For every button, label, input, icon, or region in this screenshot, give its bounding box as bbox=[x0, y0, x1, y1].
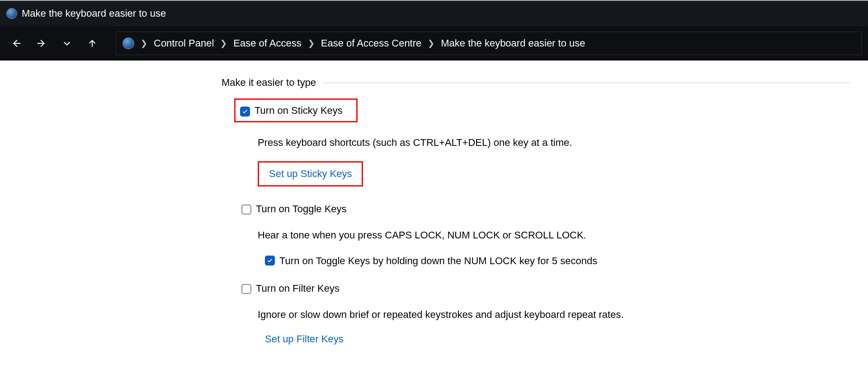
toggle-keys-description: Hear a tone when you press CAPS LOCK, NU… bbox=[258, 229, 850, 241]
back-button[interactable] bbox=[6, 33, 26, 53]
up-button[interactable] bbox=[82, 33, 102, 53]
sticky-keys-description: Press keyboard shortcuts (such as CTRL+A… bbox=[258, 137, 850, 149]
toggle-keys-numlock-checkbox[interactable] bbox=[265, 256, 275, 266]
filter-keys-checkbox[interactable] bbox=[241, 284, 251, 294]
section-heading-text: Make it easier to type bbox=[222, 77, 316, 89]
breadcrumb-control-panel[interactable]: Control Panel bbox=[154, 37, 214, 49]
sticky-keys-checkbox[interactable] bbox=[240, 107, 250, 117]
ease-of-access-icon bbox=[123, 37, 134, 49]
toggle-keys-numlock-label[interactable]: Turn on Toggle Keys by holding down the … bbox=[279, 255, 597, 267]
filter-keys-label[interactable]: Turn on Filter Keys bbox=[256, 282, 340, 294]
window-title: Make the keyboard easier to use bbox=[22, 8, 166, 19]
toggle-keys-checkbox[interactable] bbox=[241, 205, 251, 214]
forward-button[interactable] bbox=[32, 33, 52, 53]
recent-dropdown-button[interactable] bbox=[57, 33, 77, 53]
sticky-keys-label[interactable]: Turn on Sticky Keys bbox=[255, 104, 343, 117]
section-heading: Make it easier to type bbox=[222, 77, 850, 89]
chevron-right-icon[interactable]: ❯ bbox=[428, 38, 434, 48]
toggle-keys-label[interactable]: Turn on Toggle Keys bbox=[256, 203, 347, 215]
setup-sticky-keys-link[interactable]: Set up Sticky Keys bbox=[269, 168, 352, 180]
divider bbox=[322, 83, 850, 83]
highlight-sticky-keys-checkbox: Turn on Sticky Keys bbox=[234, 98, 358, 122]
breadcrumb-current[interactable]: Make the keyboard easier to use bbox=[441, 37, 585, 49]
setup-filter-keys-link[interactable]: Set up Filter Keys bbox=[265, 333, 344, 345]
chevron-right-icon[interactable]: ❯ bbox=[308, 38, 315, 48]
ease-of-access-icon bbox=[6, 8, 17, 19]
breadcrumb-ease-of-access-centre[interactable]: Ease of Access Centre bbox=[321, 37, 422, 49]
titlebar: Make the keyboard easier to use bbox=[0, 0, 868, 26]
chevron-right-icon[interactable]: ❯ bbox=[220, 38, 227, 48]
chevron-right-icon[interactable]: ❯ bbox=[141, 38, 147, 48]
navigation-bar: ❯ Control Panel ❯ Ease of Access ❯ Ease … bbox=[0, 26, 868, 61]
highlight-sticky-keys-link: Set up Sticky Keys bbox=[258, 161, 363, 187]
breadcrumb-ease-of-access[interactable]: Ease of Access bbox=[233, 37, 301, 49]
filter-keys-description: Ignore or slow down brief or repeated ke… bbox=[258, 309, 850, 321]
address-bar[interactable]: ❯ Control Panel ❯ Ease of Access ❯ Ease … bbox=[116, 32, 862, 55]
content-area: Make it easier to type Turn on Sticky Ke… bbox=[0, 61, 868, 363]
